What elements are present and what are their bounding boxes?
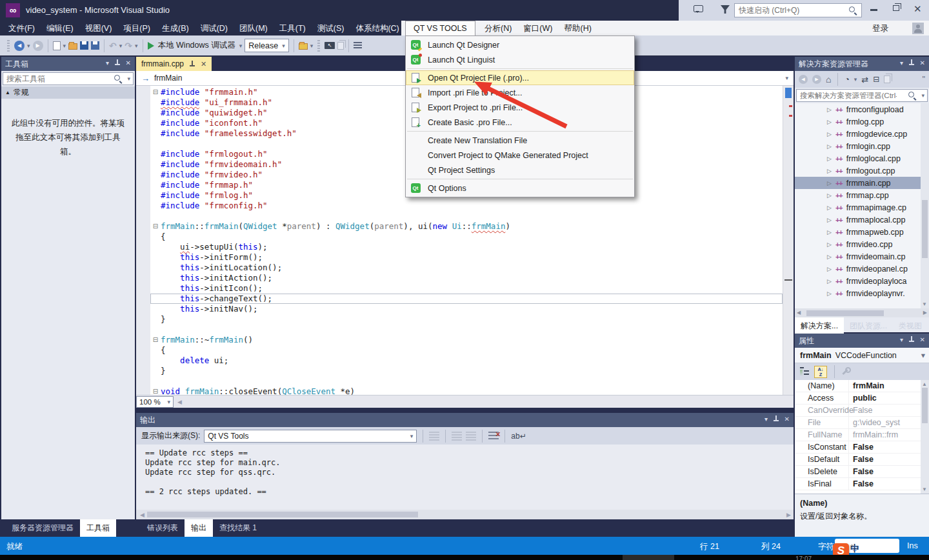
property-value[interactable]: False — [849, 478, 929, 490]
scroll-down-icon[interactable]: ▼ — [922, 301, 927, 307]
property-row[interactable]: Accesspublic — [795, 392, 929, 405]
tool-window-tab[interactable]: 错误列表 — [141, 519, 185, 537]
ime-toolbar[interactable]: S 中 °, ☺ — [835, 539, 899, 553]
redo-dropdown-icon[interactable]: ▾ — [135, 43, 138, 49]
hscroll-right-icon[interactable]: ▶ — [786, 512, 791, 518]
pin-icon[interactable] — [908, 336, 915, 345]
toolbar-grip[interactable] — [317, 40, 320, 52]
menu-item[interactable]: 体系结构(C) — [350, 21, 405, 37]
property-row[interactable]: IsConstantFalse — [795, 441, 929, 454]
categorized-view-icon[interactable] — [800, 367, 809, 376]
file-tree-item[interactable]: ▷++frmmapimage.cp — [795, 201, 929, 214]
menu-item[interactable]: 窗口(W) — [517, 21, 558, 37]
properties-header[interactable]: 属性 ▾ ✕ — [795, 334, 929, 348]
undo-icon[interactable]: ↶ — [109, 41, 117, 50]
close-icon[interactable]: ✕ — [920, 59, 925, 66]
quick-launch-input[interactable] — [739, 5, 842, 15]
expand-icon[interactable]: ▷ — [827, 290, 832, 297]
configuration-combo[interactable]: Release ▾ — [245, 39, 288, 52]
editor-vertical-scrollbar[interactable] — [783, 86, 794, 395]
fold-icon[interactable]: ⊟ — [150, 335, 161, 345]
debug-target-dropdown-icon[interactable]: ▾ — [239, 43, 243, 49]
file-tree-item[interactable]: ▷++frmvideo.cpp — [795, 238, 929, 250]
scrollbar-thumb[interactable] — [806, 310, 884, 316]
file-tree-item[interactable]: ▷++frmconfigupload — [795, 103, 929, 115]
toolbar-grip[interactable] — [7, 40, 10, 52]
expand-icon[interactable]: ▷ — [827, 119, 832, 125]
document-tab-frmmain[interactable]: frmmain.cpp ✕ — [136, 57, 212, 71]
word-wrap-icon[interactable]: ab↵ — [511, 432, 526, 441]
tab-close-icon[interactable]: ✕ — [201, 60, 206, 68]
code-line[interactable]: this->changeText(); — [150, 294, 783, 304]
window-position-icon[interactable]: ▾ — [764, 415, 768, 423]
panel-tab[interactable]: 团队资源... — [844, 317, 893, 335]
code-line[interactable] — [150, 211, 783, 221]
new-file-icon[interactable] — [53, 41, 61, 50]
output-horizontal-scrollbar[interactable]: ◀ ▶ — [136, 510, 794, 519]
expand-icon[interactable]: ▷ — [827, 229, 832, 235]
tree-vertical-scrollbar[interactable]: ▼ — [921, 103, 929, 308]
grid-vertical-scrollbar[interactable]: ▲ ▼ — [921, 380, 929, 494]
file-tree-item[interactable]: ▷++frmvideopanel.cp — [795, 263, 929, 275]
code-line[interactable]: this->initIcon(); — [150, 283, 783, 294]
home-icon[interactable]: ⌂ — [826, 74, 831, 85]
tool-window-tab[interactable]: 工具箱 — [80, 519, 116, 537]
file-tree-item[interactable]: ▷++frmlogdevice.cpp — [795, 128, 929, 140]
tool-window-tab[interactable]: 查找结果 1 — [213, 519, 263, 537]
code-line[interactable] — [150, 325, 783, 335]
hscroll-left-icon[interactable]: ◀ — [797, 310, 801, 315]
new-file-dropdown-icon[interactable]: ▾ — [63, 43, 66, 49]
collapse-all-icon[interactable]: ⊟ — [873, 75, 879, 84]
window-position-icon[interactable]: ▾ — [900, 59, 903, 66]
file-tree-item[interactable]: ▷++frmvideomain.cp — [795, 250, 929, 263]
close-button[interactable]: ✕ — [914, 3, 922, 15]
qt-menu-item[interactable]: Qt Project Settings — [406, 163, 634, 177]
expand-icon[interactable]: ▷ — [827, 106, 832, 113]
back-icon[interactable]: ◀ — [799, 75, 808, 84]
menu-item[interactable]: 文件(F) — [3, 21, 41, 37]
file-tree-item[interactable]: ▷++frmmaplocal.cpp — [795, 214, 929, 226]
file-tree-item[interactable]: ▷++frmloglocal.cpp — [795, 152, 929, 165]
window-position-icon[interactable]: ▾ — [900, 336, 903, 343]
solution-explorer-header[interactable]: 解决方案资源管理器 ▾ ✕ — [795, 57, 929, 71]
scrollbar-thumb[interactable] — [922, 200, 928, 258]
toolbox-search-input[interactable] — [6, 74, 97, 83]
expand-icon[interactable]: ▷ — [827, 143, 832, 150]
expand-icon[interactable]: ▷ — [827, 155, 832, 162]
property-value[interactable]: False — [849, 454, 929, 465]
nav-scope-label[interactable]: frmMain — [154, 74, 182, 83]
tool-window-tab[interactable]: 输出 — [185, 519, 213, 537]
user-avatar-icon[interactable] — [912, 23, 924, 34]
nav-forward-icon[interactable]: ▶ — [33, 41, 43, 51]
code-line[interactable]: } — [150, 366, 783, 376]
alphabetical-sort-icon[interactable]: A↓Z — [814, 366, 827, 378]
show-all-files-icon[interactable] — [884, 75, 890, 83]
property-value[interactable]: frmMain — [849, 380, 929, 392]
expand-icon[interactable]: ▷ — [827, 131, 832, 137]
next-message-icon[interactable] — [466, 432, 476, 441]
qt-menu-item[interactable]: Create New Translation File — [406, 133, 634, 148]
output-source-combo[interactable]: Qt VS Tools ▾ — [204, 430, 417, 443]
property-row[interactable]: CanOverrideFalse — [795, 405, 929, 417]
qt-menu-item[interactable]: QtLaunch Qt Designer — [406, 37, 634, 52]
property-row[interactable]: (Name)frmMain — [795, 380, 929, 392]
pending-changes-filter-icon[interactable]: ◔ — [844, 75, 849, 84]
menu-item[interactable]: 生成(B) — [156, 21, 195, 37]
properties-object-combo[interactable]: frmMain VCCodeFunction ▾ — [795, 348, 929, 363]
restore-button[interactable] — [893, 5, 899, 11]
find-dropdown-icon[interactable]: ▾ — [310, 43, 314, 49]
indicator-margin[interactable] — [136, 86, 150, 395]
property-row[interactable]: FullNamefrmMain::frm — [795, 429, 929, 441]
tab-pin-icon[interactable] — [189, 61, 195, 68]
expand-icon[interactable]: ▷ — [827, 180, 832, 186]
add-item-icon[interactable] — [68, 43, 77, 50]
expand-icon[interactable]: ▷ — [827, 205, 832, 211]
feedback-icon[interactable] — [694, 5, 703, 12]
property-row[interactable]: IsFinalFalse — [795, 478, 929, 490]
find-in-files-icon[interactable] — [299, 43, 308, 50]
code-line[interactable]: #include "frmconfig.h" — [150, 201, 783, 211]
fold-icon[interactable]: ⊟ — [150, 221, 161, 232]
hscroll-right-icon[interactable]: ▶ — [923, 310, 927, 315]
code-line[interactable]: ⊟frmMain::~frmMain() — [150, 335, 783, 345]
hscroll-left-icon[interactable]: ◀ — [140, 512, 145, 518]
